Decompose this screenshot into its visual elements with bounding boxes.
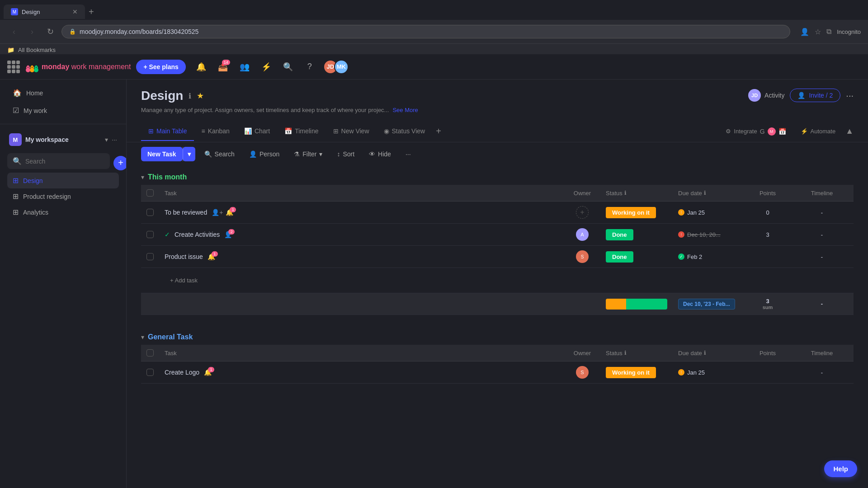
status-badge-2[interactable]: Done <box>606 229 633 240</box>
user-avatar-2[interactable]: MK <box>334 60 349 74</box>
group-general-chevron[interactable]: ▾ <box>141 333 144 341</box>
person-toolbar-button[interactable]: 👤 Person <box>244 148 285 160</box>
inbox-badge: 14 <box>222 60 230 65</box>
new-task-dropdown-button[interactable]: ▾ <box>183 147 195 161</box>
workspace-chevron-icon[interactable]: ▾ <box>105 136 108 143</box>
add-task-button[interactable]: + Add task <box>165 272 848 288</box>
owner-add-1[interactable]: + <box>576 206 589 219</box>
add-person-icon-1[interactable]: 👤+ <box>212 209 223 216</box>
owner-avatar-3[interactable]: S <box>576 250 589 263</box>
tab-timeline-label: Timeline <box>295 127 318 135</box>
nav-refresh-button[interactable]: ↻ <box>43 25 57 38</box>
collapse-views-button[interactable]: ▲ <box>845 127 854 136</box>
sidebar-item-home[interactable]: 🏠 Home <box>7 85 119 101</box>
gen-status-info-icon[interactable]: ℹ <box>624 350 627 356</box>
tab-chart[interactable]: 📊 Chart <box>237 122 277 141</box>
more-toolbar-button[interactable]: ··· <box>400 148 416 160</box>
tab-main-table[interactable]: ⊞ Main Table <box>141 122 194 141</box>
due-date-text-1: Jan 25 <box>687 209 705 216</box>
bell-icon-1[interactable]: 🔔1 <box>226 209 233 216</box>
sidebar-item-analytics[interactable]: ⊞ Analytics <box>7 204 119 220</box>
address-bar[interactable]: 🔒 moodjoy.monday.com/boards/1830420525 <box>61 25 790 38</box>
automate-button[interactable]: ⚡ Automate <box>796 125 840 137</box>
gen-row-1-checkbox[interactable] <box>146 369 154 376</box>
add-view-button[interactable]: + <box>432 121 445 142</box>
tab-chart-label: Chart <box>255 127 270 135</box>
row-owner-1: + <box>564 202 600 224</box>
notifications-button[interactable]: 🔔 <box>193 59 209 75</box>
sidebar-item-design[interactable]: ⊞ Design <box>7 173 119 188</box>
bell-icon-3[interactable]: 🔔1 <box>208 253 215 260</box>
sidebar-workspace: M My workspace ▾ ··· 🔍 + ⊞ Design <box>0 124 126 225</box>
integrations-button[interactable]: ⚡ <box>258 59 274 75</box>
integrate-button[interactable]: ⚙ Integrate G M 📅 <box>721 125 790 138</box>
tab-close-button[interactable]: ✕ <box>72 8 78 15</box>
add-task-row[interactable]: + Add task <box>141 268 854 293</box>
gen-th-task: Task <box>159 345 564 361</box>
search-icon: 🔍 <box>13 157 22 165</box>
gen-row-status-1[interactable]: Working on it <box>600 361 673 384</box>
invite-button[interactable]: 👤 Invite / 2 <box>790 89 840 102</box>
tab-timeline[interactable]: 📅 Timeline <box>277 122 326 141</box>
status-badge-3[interactable]: Done <box>606 251 633 263</box>
active-tab[interactable]: M Design ✕ <box>4 5 85 19</box>
split-view-icon[interactable]: ⧉ <box>826 28 831 36</box>
group-this-month-chevron[interactable]: ▾ <box>141 174 144 181</box>
board-info-icon[interactable]: ℹ <box>189 92 191 100</box>
task-icons-1: 👤+ 🔔1 <box>212 209 233 216</box>
nav-forward-button[interactable]: › <box>25 25 39 38</box>
tab-kanban[interactable]: ≡ Kanban <box>194 122 236 141</box>
board-more-button[interactable]: ··· <box>846 90 854 101</box>
activity-button[interactable]: JD Activity <box>748 89 784 102</box>
see-plans-button[interactable]: + See plans <box>136 60 185 74</box>
status-info-icon[interactable]: ℹ <box>624 190 627 196</box>
help-button[interactable]: Help <box>824 460 857 477</box>
gen-bell-icon-1[interactable]: 🔔1 <box>204 369 212 376</box>
nav-back-button[interactable]: ‹ <box>7 25 21 38</box>
sidebar-item-product-redesign[interactable]: ⊞ Product redesign <box>7 188 119 204</box>
board-title: Design <box>141 89 183 103</box>
summary-status-bar <box>600 293 673 315</box>
board-grid-icon-design: ⊞ <box>13 176 19 185</box>
gen-owner-avatar-1[interactable]: S <box>576 366 589 379</box>
inbox-button[interactable]: 📥 14 <box>215 59 231 75</box>
sort-toolbar-button[interactable]: ↕ Sort <box>331 148 360 160</box>
workspace-more-icon[interactable]: ··· <box>112 136 117 143</box>
apps-grid-icon[interactable] <box>7 61 20 73</box>
users-button[interactable]: 👥 <box>236 59 253 75</box>
row-status-3[interactable]: Done <box>600 246 673 268</box>
tab-status-view[interactable]: ◉ Status View <box>377 122 433 141</box>
filter-toolbar-button[interactable]: ⚗ Filter ▾ <box>288 148 328 160</box>
help-header-button[interactable]: ? <box>302 59 318 75</box>
select-all-checkbox[interactable] <box>146 189 154 197</box>
summary-row: Dec 10, '23 - Feb... 3 sum - <box>141 293 854 315</box>
board-star-icon[interactable]: ★ <box>197 91 204 101</box>
gen-due-date-info-icon[interactable]: ℹ <box>704 350 706 356</box>
search-toolbar-button[interactable]: 🔍 Search <box>199 148 240 160</box>
row-status-2[interactable]: Done <box>600 224 673 246</box>
owner-avatar-2[interactable]: A <box>576 228 589 241</box>
due-date-info-icon[interactable]: ℹ <box>704 190 706 196</box>
gen-th-timeline: Timeline <box>790 345 854 361</box>
status-badge-1[interactable]: Working on it <box>606 207 656 218</box>
bookmark-icon[interactable]: ☆ <box>815 28 821 36</box>
sidebar-search-input[interactable] <box>25 158 104 165</box>
sidebar-add-button[interactable]: + <box>113 156 127 170</box>
sidebar-item-my-work[interactable]: ☑ My work <box>7 103 119 118</box>
row-2-checkbox[interactable] <box>146 231 154 238</box>
new-tab-button[interactable]: + <box>85 7 98 17</box>
person-icon-2[interactable]: 👤2 <box>224 231 232 238</box>
incognito-icon[interactable]: 👤 <box>800 28 809 36</box>
search-header-button[interactable]: 🔍 <box>280 59 296 75</box>
new-task-main-button[interactable]: New Task <box>141 147 183 161</box>
see-more-link[interactable]: See More <box>392 107 418 113</box>
gen-select-all-checkbox[interactable] <box>146 349 154 357</box>
sidebar-search-box[interactable]: 🔍 <box>7 153 110 169</box>
row-status-1[interactable]: Working on it <box>600 202 673 224</box>
hide-toolbar-button[interactable]: 👁 Hide <box>363 148 396 160</box>
row-3-checkbox[interactable] <box>146 253 154 260</box>
tab-new-view[interactable]: ⊞ New View <box>326 122 377 141</box>
row-1-checkbox[interactable] <box>146 209 154 216</box>
board-description: Manage any type of project. Assign owner… <box>141 107 418 113</box>
gen-status-badge-1[interactable]: Working on it <box>606 367 656 378</box>
